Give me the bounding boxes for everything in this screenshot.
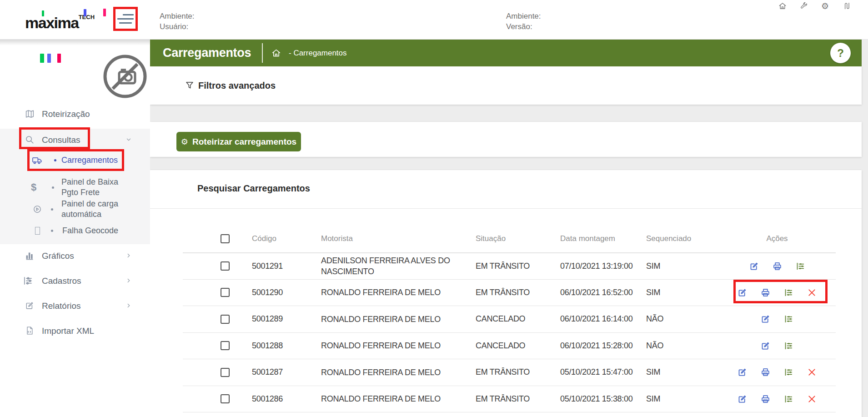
wrench-icon[interactable] — [800, 2, 808, 10]
sidebar-item-label: Consultas — [42, 135, 80, 145]
print-icon[interactable] — [761, 288, 770, 297]
edit-icon — [24, 300, 35, 311]
print-icon[interactable] — [761, 394, 770, 404]
sidebar-item-label: Painel de carga automática — [61, 199, 125, 220]
edit-icon[interactable] — [738, 288, 747, 297]
cell-situacao: CANCELADO — [476, 333, 525, 359]
cell-data-montagem: 06/10/2021 16:14:00 — [560, 306, 632, 332]
cell-data-montagem: 06/10/2021 16:52:00 — [560, 280, 632, 306]
cancel-icon[interactable] — [807, 367, 817, 377]
row-checkbox[interactable] — [221, 394, 230, 403]
sequence-icon[interactable] — [784, 394, 793, 404]
funnel-icon — [186, 81, 194, 90]
edit-icon[interactable] — [738, 367, 747, 377]
column-header-data-montagem: Data montagem — [560, 225, 615, 253]
app-window: maximaTECH Ambiente: Usuário: Ambiente: … — [0, 0, 868, 417]
sidebar: Roteirização Consultas Carregamentos $ P… — [0, 40, 150, 417]
cell-codigo: 5001287 — [252, 359, 283, 386]
breadcrumb-home-icon[interactable] — [271, 48, 281, 58]
sidebar-item-label: Carregamentos — [61, 155, 118, 166]
sidebar-item-cadastros[interactable]: Cadastros — [0, 271, 150, 291]
row-actions — [709, 386, 845, 412]
sidebar-item-roteirizacao[interactable]: Roteirização — [0, 104, 150, 124]
file-xml-icon — [24, 325, 35, 336]
roteirizar-carregamentos-button[interactable]: ⚙ Roteirizar carregamentos — [176, 132, 301, 151]
sidebar-item-carregamentos[interactable]: Carregamentos — [0, 150, 150, 170]
missing-glyph-icon — [32, 225, 43, 236]
cell-data-montagem: 05/10/2021 15:38:00 — [560, 386, 632, 412]
top-bar: maximaTECH Ambiente: Usuário: Ambiente: … — [0, 0, 868, 40]
environment-info-left: Ambiente: Usuário: — [160, 11, 195, 32]
sidebar-item-importar-xml[interactable]: Importar XML — [0, 321, 150, 341]
logo-tick-blue — [84, 9, 86, 16]
cell-codigo: 5001289 — [252, 306, 283, 332]
print-icon[interactable] — [761, 367, 770, 377]
cell-data-montagem: 06/10/2021 15:28:00 — [560, 333, 632, 359]
cancel-icon[interactable] — [807, 288, 817, 297]
table-row: 5001291 ADENILSON FERREIRA ALVES DO NASC… — [183, 253, 836, 280]
sequence-icon[interactable] — [784, 314, 793, 324]
column-header-sequenciado: Sequenciado — [646, 225, 691, 253]
column-header-motorista: Motorista — [321, 225, 353, 253]
sidebar-item-consultas[interactable]: Consultas — [0, 130, 150, 150]
column-header-codigo: Código — [252, 225, 276, 253]
cell-motorista: RONALDO FERREIRA DE MELO — [321, 359, 451, 386]
sequence-icon[interactable] — [784, 288, 793, 297]
table-row: 5001288 RONALDO FERREIRA DE MELO CANCELA… — [183, 333, 836, 360]
route-icon[interactable] — [843, 2, 851, 10]
gear-icon[interactable]: ⚙ — [821, 2, 829, 10]
advanced-filters-toggle[interactable]: Filtros avançados — [186, 66, 276, 105]
column-header-situacao: Situação — [476, 225, 506, 253]
cell-motorista: RONALDO FERREIRA DE MELO — [321, 280, 451, 306]
cell-codigo: 5001288 — [252, 333, 283, 359]
divider — [150, 208, 862, 209]
sidebar-item-label: Cadastros — [42, 276, 81, 286]
print-icon[interactable] — [773, 261, 782, 271]
sidebar-hamburger-button[interactable] — [113, 7, 138, 31]
sidebar-item-label: Relatórios — [42, 301, 81, 311]
chevron-right-icon — [125, 277, 132, 284]
toolbar-card: ⚙ Roteirizar carregamentos — [150, 122, 862, 157]
sidebar-item-label: Painel de Baixa Pgto Frete — [61, 177, 123, 198]
row-checkbox[interactable] — [221, 288, 230, 297]
row-actions — [709, 359, 845, 386]
select-all-checkbox[interactable] — [221, 234, 230, 243]
sidebar-item-graficos[interactable]: Gráficos — [0, 246, 150, 266]
play-circle-icon — [32, 204, 43, 215]
page-header-bar: Carregamentos - Carregamentos ? — [150, 40, 862, 66]
submenu-bullet — [52, 186, 54, 189]
row-checkbox[interactable] — [221, 368, 230, 377]
search-icon — [24, 134, 35, 145]
sequence-icon[interactable] — [796, 261, 805, 271]
sidebar-item-painel-baixa-pgto-frete[interactable]: $ Painel de Baixa Pgto Frete — [0, 176, 150, 198]
edit-icon[interactable] — [761, 341, 770, 351]
help-button[interactable]: ? — [830, 43, 851, 63]
home-icon[interactable] — [778, 2, 787, 10]
edit-icon[interactable] — [738, 394, 747, 404]
sidebar-item-painel-carga-automatica[interactable]: Painel de carga automática — [0, 198, 150, 220]
row-actions — [709, 253, 845, 279]
chevron-right-icon — [125, 302, 132, 309]
dollar-icon: $ — [28, 182, 39, 193]
row-checkbox[interactable] — [221, 315, 230, 324]
table-row: 5001289 RONALDO FERREIRA DE MELO CANCELA… — [183, 306, 836, 333]
table-row: 5001287 RONALDO FERREIRA DE MELO EM TRÂN… — [183, 359, 836, 386]
row-checkbox[interactable] — [221, 261, 230, 271]
logo-tick-green — [42, 10, 44, 16]
chevron-down-icon — [125, 136, 132, 143]
row-checkbox[interactable] — [221, 341, 230, 350]
cancel-icon[interactable] — [807, 394, 817, 404]
page-title: Carregamentos — [163, 40, 251, 66]
sequence-icon[interactable] — [784, 341, 793, 351]
edit-icon[interactable] — [749, 261, 759, 271]
header-divider — [262, 43, 263, 63]
edit-icon[interactable] — [761, 314, 770, 324]
cell-sequenciado: SIM — [646, 253, 660, 279]
sidebar-item-relatorios[interactable]: Relatórios — [0, 296, 150, 316]
table-row: 5001286 RONALDO FERREIRA DE MELO EM TRÂN… — [183, 386, 836, 413]
sidebar-item-falha-geocode[interactable]: Falha Geocode — [0, 221, 150, 241]
table-header-row: Código Motorista Situação Data montagem … — [183, 225, 836, 253]
cell-data-montagem: 05/10/2021 15:47:00 — [560, 359, 632, 386]
usuario-label: Usuário: — [160, 21, 195, 32]
sequence-icon[interactable] — [784, 367, 793, 377]
